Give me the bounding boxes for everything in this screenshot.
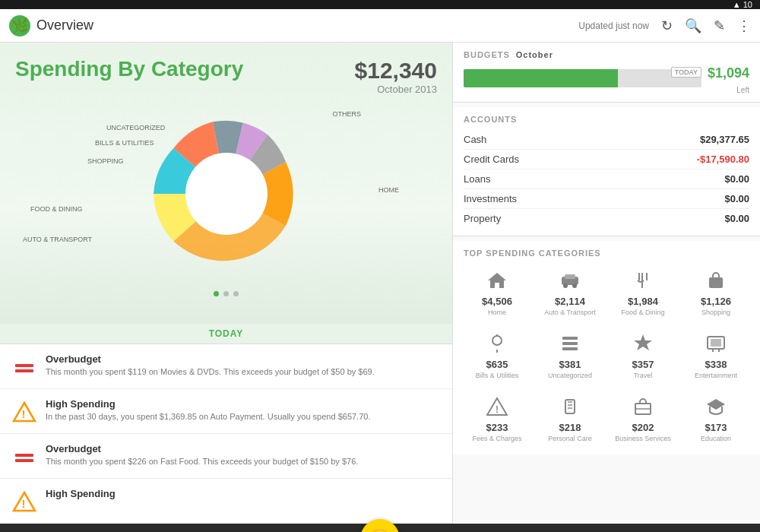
account-value-cash: $29,377.65 xyxy=(700,134,749,145)
budget-today-marker: TODAY xyxy=(671,67,701,78)
spending-section: TOP SPENDING CATEGORIES $4,506 Home xyxy=(453,241,760,454)
svg-text:!: ! xyxy=(22,498,26,510)
bottom-nav-bar: ← 😊 ▭ xyxy=(0,524,760,532)
budget-bar-container: TODAY xyxy=(464,69,701,87)
label-shopping: SHOPPING xyxy=(87,157,124,165)
budgets-label: BUDGETS xyxy=(464,50,510,59)
spending-item-education[interactable]: $173 Education xyxy=(682,390,749,447)
spending-item-travel[interactable]: $357 Travel xyxy=(610,327,676,384)
refresh-icon[interactable]: ↻ xyxy=(661,17,673,34)
chart-section: Spending By Category $12,340 October 201… xyxy=(0,43,452,324)
svg-rect-21 xyxy=(562,342,578,345)
donut-chart-container: OTHERS UNCATEGORIZED BILLS & UTILITIES S… xyxy=(15,103,437,285)
edit-icon[interactable]: ✎ xyxy=(714,17,725,34)
account-value-property: $0.00 xyxy=(724,213,749,224)
tablet-screen: 🌿 Overview Updated just now ↻ 🔍 ✎ ⋮ Spen… xyxy=(0,9,760,532)
spending-label-home: Home xyxy=(488,309,506,316)
recents-button[interactable]: ▭ xyxy=(610,527,655,532)
spending-label-food: Food & Dining xyxy=(621,309,664,316)
alert-desc-1: This month you spent $119 on Movies & DV… xyxy=(46,366,440,378)
status-battery: ▲ 10 xyxy=(733,0,752,9)
spending-amount-bills: $635 xyxy=(486,359,508,370)
account-value-cc: -$17,590.80 xyxy=(697,154,749,165)
spending-item-shopping[interactable]: $1,126 Shopping xyxy=(682,264,749,321)
spending-header: TOP SPENDING CATEGORIES xyxy=(464,249,749,258)
spending-label: TOP SPENDING CATEGORIES xyxy=(464,249,601,258)
spending-item-food[interactable]: $1,984 Food & Dining xyxy=(610,264,676,321)
chart-amount-value: $12,340 xyxy=(355,58,437,84)
spending-item-auto[interactable]: $2,114 Auto & Transport xyxy=(537,264,603,321)
overbudget-icon-2 xyxy=(12,445,36,469)
dot-2[interactable] xyxy=(223,291,229,296)
spending-label-auto: Auto & Transport xyxy=(544,309,596,316)
left-panel: Spending By Category $12,340 October 201… xyxy=(0,43,452,524)
back-button[interactable]: ← xyxy=(105,528,150,533)
spending-amount-personal: $218 xyxy=(559,422,581,433)
spending-grid: $4,506 Home $2,114 Auto & Transport xyxy=(464,264,749,447)
alerts-section: TODAY Overbudget This month you spent $1… xyxy=(0,324,452,524)
spending-item-business[interactable]: $202 Business Services xyxy=(610,390,676,447)
updated-text: Updated just now xyxy=(578,21,649,31)
account-row-property[interactable]: Property $0.00 xyxy=(464,209,749,228)
education-icon xyxy=(705,394,727,419)
spending-label-fees: Fees & Charges xyxy=(472,435,521,442)
budget-amount: $1,094 xyxy=(708,65,749,81)
spending-amount-fees: $233 xyxy=(486,422,508,433)
app-logo: 🌿 xyxy=(9,15,30,36)
page-title: Overview xyxy=(36,17,578,33)
budget-left-label: Left xyxy=(736,86,749,94)
account-name-property: Property xyxy=(464,213,501,224)
highspending-icon-2: ! xyxy=(12,489,36,514)
search-icon[interactable]: 🔍 xyxy=(685,17,701,34)
entertainment-icon xyxy=(705,331,727,356)
dot-1[interactable] xyxy=(214,291,219,296)
account-value-investments: $0.00 xyxy=(724,193,749,204)
account-row-cash[interactable]: Cash $29,377.65 xyxy=(464,130,749,150)
spending-item-fees[interactable]: ! $233 Fees & Charges xyxy=(464,390,530,447)
label-home: HOME xyxy=(378,186,399,194)
alert-title-3: Overbudget xyxy=(46,443,440,454)
budgets-header: BUDGETS October xyxy=(464,50,749,59)
uncat-icon xyxy=(559,331,581,356)
shopping-icon xyxy=(705,268,727,293)
highspending-icon-1: ! xyxy=(12,400,36,424)
spending-item-personal[interactable]: $218 Personal Care xyxy=(537,390,603,447)
budget-bar-fill xyxy=(464,69,618,87)
spending-label-personal: Personal Care xyxy=(548,435,592,442)
spending-amount-travel: $357 xyxy=(632,359,654,370)
account-row-investments[interactable]: Investments $0.00 xyxy=(464,189,749,209)
svg-rect-24 xyxy=(711,339,721,347)
svg-rect-6 xyxy=(15,459,33,462)
spending-amount-auto: $2,114 xyxy=(555,296,585,307)
svg-rect-2 xyxy=(15,369,33,372)
spending-label-shopping: Shopping xyxy=(701,309,730,316)
svg-rect-10 xyxy=(565,274,575,279)
alert-desc-3: This month you spent $226 on Fast Food. … xyxy=(46,456,440,467)
alert-text-3: Overbudget This month you spent $226 on … xyxy=(46,443,440,467)
accounts-header: ACCOUNTS xyxy=(464,115,749,124)
right-panel: BUDGETS October TODAY $1,094 Left xyxy=(452,43,760,524)
svg-rect-16 xyxy=(709,277,723,288)
chart-amount-date: October 2013 xyxy=(355,84,437,95)
spending-item-bills[interactable]: $635 Bills & Utilities xyxy=(464,327,530,384)
svg-text:!: ! xyxy=(496,404,499,415)
account-name-cash: Cash xyxy=(464,134,486,145)
svg-point-12 xyxy=(572,283,577,288)
alert-text-2: High Spending In the past 30 days, you s… xyxy=(46,398,440,423)
spending-item-home[interactable]: $4,506 Home xyxy=(464,264,530,321)
dot-3[interactable] xyxy=(233,291,239,296)
accounts-label: ACCOUNTS xyxy=(464,115,517,124)
spending-amount-food: $1,984 xyxy=(628,296,658,307)
account-row-loans[interactable]: Loans $0.00 xyxy=(464,169,749,189)
business-icon xyxy=(632,394,654,419)
alert-title-1: Overbudget xyxy=(46,353,440,365)
spending-item-uncat[interactable]: $381 Uncategorized xyxy=(537,327,603,384)
svg-rect-22 xyxy=(562,347,578,350)
alert-text-1: Overbudget This month you spent $119 on … xyxy=(46,353,440,378)
content-area: Spending By Category $12,340 October 201… xyxy=(0,43,760,524)
alert-item-2: ! High Spending In the past 30 days, you… xyxy=(0,389,452,434)
account-row-cc[interactable]: Credit Cards -$17,590.80 xyxy=(464,150,749,169)
alert-text-4: High Spending xyxy=(46,488,440,501)
more-icon[interactable]: ⋮ xyxy=(737,17,751,34)
spending-item-entertainment[interactable]: $338 Entertainment xyxy=(682,327,749,384)
